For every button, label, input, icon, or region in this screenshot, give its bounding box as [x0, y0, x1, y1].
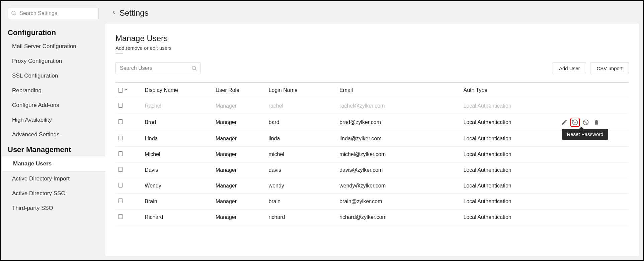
tooltip-reset-password: Reset Password — [562, 129, 608, 140]
svg-line-1 — [15, 14, 16, 15]
cell-email: michel@zylker.com — [337, 147, 461, 162]
back-chevron-icon[interactable] — [110, 9, 117, 17]
table-row[interactable]: MichelManagermichelmichel@zylker.comLoca… — [115, 147, 629, 162]
row-checkbox[interactable] — [118, 199, 123, 203]
title-underline — [115, 53, 123, 53]
row-checkbox[interactable] — [118, 136, 123, 140]
chevron-down-icon[interactable] — [124, 87, 128, 93]
sidebar-item-ssl[interactable]: SSL Configuration — [1, 69, 105, 83]
table-row[interactable]: RichardManagerrichardrichard@zylker.comL… — [115, 210, 629, 225]
users-toolbar: Add User CSV Import — [115, 62, 629, 74]
sidebar-item-label: Proxy Configuration — [12, 58, 62, 64]
select-all-checkbox[interactable] — [118, 88, 123, 93]
header-actions — [558, 83, 629, 98]
table-row[interactable]: RachelManagerrachelrachel@zylker.comLoca… — [115, 98, 629, 114]
sidebar-section-user-management: User Management — [1, 142, 105, 156]
table-row[interactable]: BradManagerbardbrad@zylker.comLocal Auth… — [115, 114, 629, 131]
row-checkbox[interactable] — [118, 119, 123, 124]
row-checkbox[interactable] — [118, 214, 123, 219]
cell-auth-type: Local Authentication — [461, 178, 558, 194]
table-row[interactable]: LindaManagerlindalinda@zylker.comLocal A… — [115, 131, 629, 147]
cell-display-name: Brad — [142, 114, 213, 131]
sidebar-item-label: Manage Users — [13, 160, 52, 167]
sidebar-item-mail-server[interactable]: Mail Server Configuration — [1, 39, 105, 54]
cell-login-name: wendy — [266, 178, 337, 194]
sidebar-item-label: Rebranding — [12, 87, 42, 94]
header-checkbox — [115, 83, 142, 98]
reset-password-icon[interactable] — [571, 119, 579, 126]
cell-email: brain@zylker.com — [337, 194, 461, 210]
cell-user-role: Manager — [213, 210, 266, 225]
main-area: Settings Manage Users Add,remove or edit… — [105, 1, 643, 260]
cell-user-role: Manager — [213, 98, 266, 114]
cell-actions: Reset Password — [558, 114, 629, 131]
sidebar-item-third-party-sso[interactable]: Third-party SSO — [1, 201, 105, 216]
header-auth-type[interactable]: Auth Type — [461, 83, 558, 98]
cell-email: wendy@zylker.com — [337, 178, 461, 194]
table-row[interactable]: BrainManagerbrainbrain@zylker.comLocal A… — [115, 194, 629, 210]
header-email[interactable]: Email — [337, 83, 461, 98]
table-row[interactable]: DavisManagerdavisdavis@zylker.comLocal A… — [115, 162, 629, 178]
sidebar-item-proxy[interactable]: Proxy Configuration — [1, 54, 105, 69]
cell-display-name: Davis — [142, 162, 213, 178]
cell-user-role: Manager — [213, 178, 266, 194]
cell-actions — [558, 98, 629, 114]
search-users-input[interactable] — [115, 62, 200, 74]
sidebar-item-rebranding[interactable]: Rebranding — [1, 83, 105, 98]
header-display-name[interactable]: Display Name — [142, 83, 213, 98]
csv-import-button[interactable]: CSV Import — [590, 62, 629, 74]
delete-icon[interactable] — [593, 119, 600, 126]
users-table: Display Name User Role Login Name Email … — [115, 82, 629, 225]
table-header-row: Display Name User Role Login Name Email … — [115, 83, 629, 98]
breadcrumb-settings[interactable]: Settings — [119, 8, 149, 18]
disable-icon[interactable] — [582, 119, 589, 126]
row-checkbox[interactable] — [118, 151, 123, 156]
search-settings-wrapper — [8, 8, 99, 19]
row-checkbox[interactable] — [118, 183, 123, 187]
cell-email: davis@zylker.com — [337, 162, 461, 178]
cell-display-name: Brain — [142, 194, 213, 210]
page-title: Manage Users — [115, 34, 629, 43]
cell-email: brad@zylker.com — [337, 114, 461, 131]
sidebar-item-manage-users[interactable]: Manage Users — [2, 156, 105, 171]
sidebar-item-label: Advanced Settings — [12, 131, 60, 138]
sidebar-item-label: Configure Add-ons — [12, 102, 59, 108]
cell-actions — [558, 147, 629, 162]
cell-display-name: Richard — [142, 210, 213, 225]
edit-icon[interactable] — [561, 119, 568, 126]
cell-auth-type: Local Authentication — [461, 98, 558, 114]
sidebar-item-ad-import[interactable]: Active Directory Import — [1, 171, 105, 186]
add-user-button[interactable]: Add User — [553, 62, 586, 74]
sidebar-item-advanced[interactable]: Advanced Settings — [1, 127, 105, 142]
sidebar-item-high-availability[interactable]: High Availability — [1, 113, 105, 127]
sidebar-item-label: Third-party SSO — [12, 205, 53, 211]
cell-user-role: Manager — [213, 131, 266, 147]
cell-login-name: davis — [266, 162, 337, 178]
svg-line-3 — [195, 69, 196, 70]
search-users-wrapper — [115, 62, 200, 74]
table-row[interactable]: WendyManagerwendywendy@zylker.comLocal A… — [115, 178, 629, 194]
sidebar-item-label: SSL Configuration — [12, 73, 58, 79]
cell-email: richard@zylker.com — [337, 210, 461, 225]
sidebar-item-ad-sso[interactable]: Active Directory SSO — [1, 186, 105, 201]
cell-user-role: Manager — [213, 147, 266, 162]
search-icon[interactable] — [191, 65, 197, 71]
cell-login-name: linda — [266, 131, 337, 147]
cell-email: linda@zylker.com — [337, 131, 461, 147]
search-settings-input[interactable] — [8, 8, 99, 19]
cell-user-role: Manager — [213, 162, 266, 178]
sidebar-item-addons[interactable]: Configure Add-ons — [1, 98, 105, 113]
cell-login-name: brain — [266, 194, 337, 210]
toolbar-buttons: Add User CSV Import — [553, 62, 629, 74]
cell-actions — [558, 210, 629, 225]
row-checkbox[interactable] — [118, 167, 123, 172]
header-user-role[interactable]: User Role — [213, 83, 266, 98]
svg-point-2 — [192, 66, 196, 70]
svg-point-0 — [12, 11, 15, 15]
row-checkbox[interactable] — [118, 103, 123, 108]
cell-login-name: michel — [266, 147, 337, 162]
header-login-name[interactable]: Login Name — [266, 83, 337, 98]
svg-point-4 — [575, 122, 576, 123]
cell-user-role: Manager — [213, 194, 266, 210]
sidebar-item-label: Active Directory SSO — [12, 190, 66, 197]
